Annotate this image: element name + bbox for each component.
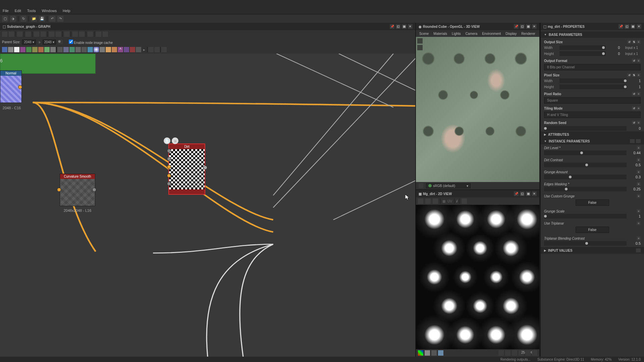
node-icon[interactable] bbox=[57, 47, 63, 52]
node-icon[interactable] bbox=[136, 47, 141, 52]
node-icon[interactable] bbox=[8, 47, 13, 52]
input-port[interactable] bbox=[167, 165, 171, 169]
link-icon[interactable]: ⇅ bbox=[632, 73, 636, 77]
light-tool-icon[interactable] bbox=[417, 45, 423, 50]
px-height-slider[interactable] bbox=[559, 84, 627, 89]
menu-icon[interactable]: ≡ bbox=[637, 92, 641, 96]
output-port[interactable] bbox=[203, 166, 207, 170]
seed-slider[interactable] bbox=[544, 126, 627, 131]
menu-icon[interactable]: ≡ bbox=[637, 209, 641, 213]
reset-icon[interactable]: ↺ bbox=[627, 40, 631, 44]
dirt-contrast-slider[interactable] bbox=[544, 163, 627, 167]
dirt-contrast-value[interactable]: 0.5 bbox=[629, 163, 641, 167]
zoom-in-icon[interactable] bbox=[525, 350, 531, 356]
settings-icon[interactable] bbox=[636, 248, 641, 252]
link-icon[interactable]: ⬗ bbox=[10, 16, 16, 22]
width-value[interactable]: 0 bbox=[608, 46, 620, 50]
px-width-value[interactable]: 1 bbox=[629, 79, 641, 83]
node-icon[interactable] bbox=[26, 47, 32, 52]
view-mode-icon[interactable] bbox=[438, 350, 443, 356]
triplanar-blending-value[interactable]: 0.5 bbox=[629, 241, 641, 245]
export-icon[interactable] bbox=[425, 198, 431, 204]
grunge-scale-value[interactable]: 1 bbox=[629, 214, 641, 218]
node-icon[interactable] bbox=[124, 47, 129, 52]
menu-file[interactable]: File bbox=[3, 9, 9, 13]
input-port[interactable] bbox=[167, 174, 171, 178]
pin-icon[interactable]: 📌 bbox=[619, 24, 623, 29]
maximize-icon[interactable]: ▣ bbox=[631, 24, 635, 29]
select-icon[interactable] bbox=[9, 32, 14, 37]
node-icon[interactable]: A bbox=[118, 47, 123, 52]
fit-icon[interactable] bbox=[41, 32, 46, 37]
input-port[interactable] bbox=[167, 182, 171, 186]
node-icon[interactable] bbox=[32, 47, 38, 52]
reset-icon[interactable]: ↺ bbox=[632, 106, 636, 110]
cursor-icon[interactable] bbox=[2, 32, 7, 37]
layout-icon[interactable] bbox=[64, 32, 69, 37]
px-width-slider[interactable] bbox=[559, 78, 627, 83]
save-icon[interactable]: 💾 bbox=[39, 16, 45, 22]
histogram-icon[interactable] bbox=[462, 198, 467, 204]
colorspace-select[interactable]: sRGB (default) ▾ bbox=[426, 183, 471, 188]
pixel-ratio-select[interactable]: Square bbox=[544, 97, 641, 104]
node-icon[interactable] bbox=[63, 47, 69, 52]
menu-icon[interactable]: ≡ bbox=[637, 59, 641, 63]
menu-help[interactable]: Help bbox=[63, 9, 70, 13]
node-icon[interactable] bbox=[112, 47, 117, 52]
menu-icon[interactable]: ≡ bbox=[637, 221, 641, 225]
output-format-select[interactable]: 8 Bits per Channel bbox=[544, 64, 641, 70]
edges-masking-slider[interactable] bbox=[544, 187, 627, 191]
menu-icon[interactable]: ≡ bbox=[637, 194, 641, 198]
grid-icon[interactable] bbox=[498, 350, 504, 356]
input-port[interactable] bbox=[167, 149, 171, 153]
view3d-viewport[interactable] bbox=[416, 37, 539, 182]
reset-size-icon[interactable]: ⊗ bbox=[58, 40, 63, 44]
alpha-channel-icon[interactable] bbox=[431, 350, 437, 356]
view-badge-icon[interactable]: ▣ bbox=[172, 137, 178, 144]
parent-size-select-2[interactable]: 2048 ▾ bbox=[43, 40, 56, 45]
edges-masking-value[interactable]: 0.25 bbox=[629, 187, 641, 191]
triplanar-blending-slider[interactable] bbox=[544, 241, 627, 246]
preset-icon[interactable] bbox=[630, 139, 635, 143]
tab-display[interactable]: Display bbox=[505, 32, 517, 36]
graph-canvas[interactable]: 6 Normal 2048 - C16 Curvature Smooth 204… bbox=[0, 54, 415, 357]
link-icon[interactable]: ⇅ bbox=[632, 40, 636, 44]
restore-icon[interactable]: ◱ bbox=[396, 24, 400, 29]
section-instance-params[interactable]: ▼INSTANCE PARAMETERS bbox=[541, 138, 644, 144]
maximize-icon[interactable]: ▣ bbox=[526, 191, 531, 196]
grunge-amount-slider[interactable] bbox=[544, 175, 627, 179]
save-image-icon[interactable] bbox=[418, 198, 423, 204]
dirt-level-slider[interactable] bbox=[544, 150, 627, 155]
node-icon[interactable] bbox=[106, 47, 111, 52]
grunge-scale-slider[interactable] bbox=[544, 214, 627, 219]
lock-icon[interactable] bbox=[532, 350, 537, 356]
tab-materials[interactable]: Materials bbox=[433, 32, 447, 36]
pin-icon[interactable]: 📌 bbox=[514, 191, 519, 196]
menu-windows[interactable]: Windows bbox=[42, 9, 57, 13]
close-icon[interactable]: ✕ bbox=[637, 24, 641, 29]
cache-checkbox[interactable] bbox=[69, 40, 73, 44]
tab-scene[interactable]: Scene bbox=[419, 32, 429, 36]
maximize-icon[interactable]: ▣ bbox=[526, 24, 531, 29]
zoom-value[interactable]: 25.14% bbox=[519, 350, 524, 356]
zoom-out-icon[interactable] bbox=[512, 350, 517, 356]
link-dims-icon[interactable]: ⬗ bbox=[38, 40, 41, 44]
info-icon[interactable]: i bbox=[457, 199, 457, 203]
node-icon[interactable] bbox=[44, 47, 50, 52]
refresh-icon[interactable]: ↻ bbox=[20, 16, 26, 22]
align-v-icon[interactable] bbox=[56, 32, 61, 37]
reset-icon[interactable]: ↺ bbox=[632, 92, 636, 96]
close-icon[interactable]: ✕ bbox=[408, 24, 413, 29]
pin-icon[interactable]: 📌 bbox=[390, 24, 394, 29]
node-icon[interactable] bbox=[38, 47, 44, 52]
node-icon[interactable] bbox=[130, 47, 135, 52]
doc-badge-icon[interactable]: 📄 bbox=[164, 137, 170, 144]
section-base-params[interactable]: ▼BASE PARAMETERS bbox=[541, 32, 644, 38]
tool-icon[interactable] bbox=[161, 47, 167, 52]
node-icon[interactable] bbox=[69, 47, 75, 52]
edit-icon[interactable] bbox=[88, 32, 93, 37]
camera-tool-icon[interactable] bbox=[417, 38, 423, 44]
input-port[interactable] bbox=[167, 157, 171, 161]
restore-icon[interactable]: ◱ bbox=[520, 24, 525, 29]
node-icon[interactable] bbox=[88, 47, 93, 52]
